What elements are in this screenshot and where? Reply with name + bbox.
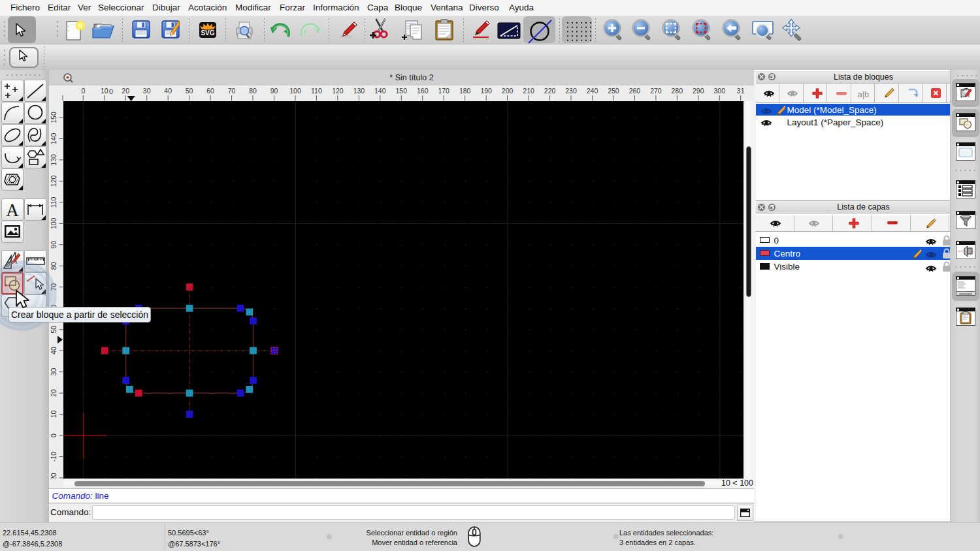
svg-text:110: 110 [311, 87, 322, 95]
svg-text:0: 0 [81, 87, 85, 95]
svg-text:140: 140 [50, 133, 57, 145]
svg-text:290: 290 [693, 87, 704, 95]
svg-text:230: 230 [565, 87, 577, 95]
svg-text:40: 40 [50, 347, 57, 354]
svg-text:30: 30 [50, 368, 57, 376]
svg-text:A: A [6, 200, 19, 220]
svg-text:10: 10 [101, 87, 108, 95]
svg-text:100: 100 [289, 87, 301, 95]
svg-text:110: 110 [50, 197, 57, 208]
svg-text:220: 220 [544, 87, 556, 95]
svg-text:60: 60 [206, 87, 214, 95]
svg-text:160: 160 [417, 87, 429, 95]
svg-text:90: 90 [50, 241, 57, 249]
svg-text:80: 80 [249, 87, 257, 95]
svg-text:50: 50 [50, 326, 57, 334]
svg-text:SVG: SVG [201, 29, 214, 37]
svg-text:130: 130 [353, 87, 365, 95]
svg-text:31: 31 [737, 87, 745, 95]
svg-text:-10: -10 [50, 452, 57, 462]
svg-text:150: 150 [396, 87, 408, 95]
svg-text:210: 210 [523, 87, 534, 95]
svg-text:240: 240 [587, 87, 598, 95]
svg-text:140: 140 [374, 87, 386, 95]
svg-text:270: 270 [650, 87, 662, 95]
svg-text:80: 80 [50, 262, 57, 270]
svg-text:120: 120 [50, 175, 57, 187]
svg-text:30: 30 [143, 87, 151, 95]
svg-text:260: 260 [629, 87, 641, 95]
svg-text:180: 180 [459, 87, 471, 95]
svg-text:120: 120 [332, 87, 344, 95]
svg-text:300: 300 [714, 87, 726, 95]
svg-text:170: 170 [438, 87, 449, 95]
svg-text:70: 70 [228, 87, 236, 95]
svg-text:0: 0 [50, 433, 57, 437]
svg-text:150: 150 [50, 112, 57, 123]
svg-text:90: 90 [270, 87, 278, 95]
svg-text:190: 190 [480, 87, 492, 95]
svg-text:command: command [959, 292, 972, 296]
svg-text:280: 280 [672, 87, 683, 95]
svg-text:50: 50 [186, 87, 193, 95]
svg-text:10: 10 [50, 411, 57, 418]
svg-text:-20: -20 [50, 473, 57, 479]
svg-text:40: 40 [164, 87, 172, 95]
svg-text:250: 250 [608, 87, 619, 95]
svg-text:20: 20 [50, 389, 57, 397]
svg-text:100: 100 [50, 217, 57, 229]
svg-text:200: 200 [502, 87, 514, 95]
svg-text:130: 130 [50, 154, 57, 166]
svg-text:20: 20 [122, 87, 129, 95]
